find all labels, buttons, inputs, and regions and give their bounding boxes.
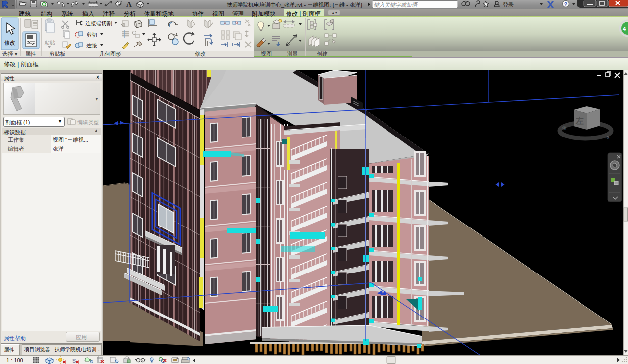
svg-text:?: ? (564, 1, 568, 7)
svg-text:4: 4 (623, 26, 626, 32)
svg-text:粘贴: 粘贴 (44, 40, 55, 46)
svg-text:A: A (126, 0, 132, 8)
svg-text:左: 左 (575, 116, 584, 126)
svg-text:S: S (72, 358, 76, 364)
svg-text:剪切: 剪切 (86, 32, 97, 38)
svg-text:连接端切割: 连接端切割 (85, 20, 112, 26)
svg-text:连接: 连接 (86, 43, 97, 48)
